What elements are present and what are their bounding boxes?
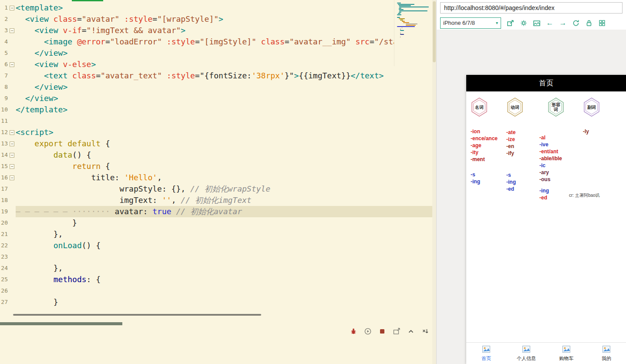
- code-line[interactable]: 5 </view>: [0, 47, 432, 59]
- gutter: 26: [0, 285, 16, 297]
- screenshot-icon[interactable]: [532, 19, 541, 27]
- tab-image-icon: [562, 345, 571, 354]
- tab-label: 购物车: [559, 355, 574, 362]
- tabbar-item-我的[interactable]: 我的: [586, 343, 626, 364]
- code-line[interactable]: 7 <text class="avatar_text" :style="{fon…: [0, 70, 432, 81]
- fold-toggle-icon[interactable]: −: [10, 175, 14, 180]
- device-selector[interactable]: iPhone 6/7/8 ▾: [440, 17, 501, 29]
- word-chart: cr: 土著阿bao叽 名词-ion-ence/ance-age-ity-men…: [466, 91, 626, 218]
- forward-arrow-icon[interactable]: →: [559, 19, 567, 27]
- browser-toolbar-icons: ← →: [506, 19, 606, 27]
- line-number: 19: [0, 206, 8, 217]
- gutter: 23: [0, 251, 16, 263]
- tabbar-item-首页[interactable]: 首页: [466, 343, 506, 364]
- code-line[interactable]: 14− data() {: [0, 149, 432, 161]
- word-column: 副词-ly: [583, 98, 616, 135]
- suffix-item: -ity: [471, 149, 505, 156]
- tabbar-item-购物车[interactable]: 购物车: [546, 343, 586, 364]
- line-number: 16: [0, 172, 8, 183]
- wrap-close-icon[interactable]: [421, 327, 429, 335]
- gutter: 8: [0, 81, 16, 93]
- gutter: 22: [0, 240, 16, 251]
- fold-toggle-icon[interactable]: −: [10, 62, 14, 67]
- open-external-icon[interactable]: [506, 19, 515, 27]
- code-area[interactable]: 1−<template>2 <view class="avatar" :styl…: [0, 2, 432, 308]
- fold-toggle-icon[interactable]: −: [10, 142, 14, 146]
- code-line[interactable]: 4 <image @error="loadError" :style="[img…: [0, 36, 432, 47]
- suffix-item: -able/ible: [539, 155, 583, 162]
- suffix-item: -ent/ant: [539, 148, 583, 155]
- word-column: 动词-ate-ize-en-ify-s-ing-ed: [506, 98, 539, 192]
- suffix-item: -ence/ance: [471, 135, 505, 142]
- code-line[interactable]: 24 },: [0, 263, 432, 274]
- suffix-item: -ive: [539, 141, 583, 148]
- simulator-backdrop: 首页 cr: 土著阿bao叽 名词-ion-ence/ance-age-ity-…: [437, 30, 626, 364]
- fold-toggle-icon[interactable]: −: [10, 130, 14, 135]
- suffix-item: -ize: [506, 136, 539, 143]
- suffix-item: -ion: [471, 128, 505, 135]
- code-line[interactable]: 20 }: [0, 217, 432, 229]
- hexagon-badge-icon: 副词: [583, 98, 600, 117]
- fold-toggle-icon[interactable]: −: [10, 153, 14, 158]
- back-arrow-icon[interactable]: ←: [545, 19, 554, 27]
- code-line[interactable]: 22 onLoad() {: [0, 240, 432, 251]
- code-line[interactable]: 21 },: [0, 229, 432, 240]
- line-number: 7: [0, 70, 8, 81]
- code-line[interactable]: 23: [0, 251, 432, 263]
- code-line[interactable]: 9 </view>: [0, 93, 432, 104]
- refresh-icon[interactable]: [572, 19, 580, 27]
- code-line[interactable]: 1−<template>: [0, 2, 432, 13]
- code-line[interactable]: 26: [0, 285, 432, 297]
- gutter: 13−: [0, 138, 16, 149]
- suffix-item: -ing: [539, 187, 583, 194]
- code-line[interactable]: 13− export default {: [0, 138, 432, 149]
- tabbar-item-个人信息[interactable]: 个人信息: [506, 343, 546, 364]
- code-editor-pane[interactable]: 1−<template>2 <view class="avatar" :styl…: [0, 0, 436, 364]
- line-number: 13: [0, 138, 8, 149]
- active-tab-indicator[interactable]: [72, 0, 103, 1]
- code-line[interactable]: 3− <view v-if="!imgText && avatar">: [0, 25, 432, 36]
- gutter: 15−: [0, 161, 16, 172]
- code-line[interactable]: 25 methods: {: [0, 274, 432, 285]
- fold-toggle-icon[interactable]: −: [10, 164, 14, 169]
- code-line[interactable]: 16− title: 'Hello',: [0, 172, 432, 183]
- hexagon-badge-icon: 动词: [506, 98, 524, 117]
- line-number: 25: [0, 274, 8, 285]
- code-line[interactable]: 6− <view v-else>: [0, 59, 432, 70]
- bottom-panel-scrollbar[interactable]: [0, 322, 122, 325]
- suffix-item: -ify: [506, 150, 539, 157]
- collapse-icon[interactable]: [407, 327, 415, 335]
- code-line[interactable]: 18 imgText: '', // 初始化imgText: [0, 195, 432, 206]
- code-line[interactable]: 8 </view>: [0, 81, 432, 93]
- url-bar[interactable]: http://localhost:8080/#/pages/index/inde…: [440, 2, 623, 13]
- code-line[interactable]: 17 wrapStyle: {}, // 初始化wrapStyle: [0, 183, 432, 195]
- code-line[interactable]: 11: [0, 115, 432, 127]
- gutter: 2: [0, 13, 16, 25]
- settings-gear-icon[interactable]: [519, 19, 528, 27]
- grid-icon[interactable]: [598, 19, 606, 27]
- fold-toggle-icon[interactable]: −: [10, 6, 14, 10]
- code-line[interactable]: 12−<script>: [0, 127, 432, 138]
- word-column: 形容词-al-ive-ent/ant-able/ible-ic-ary-ous-…: [539, 98, 583, 201]
- suffix-item: -ed: [506, 185, 539, 192]
- horizontal-scrollbar-thumb[interactable]: [13, 314, 261, 316]
- vertical-scrollbar-thumb[interactable]: [433, 1, 436, 62]
- fold-toggle-icon[interactable]: −: [10, 28, 14, 33]
- stop-icon[interactable]: [378, 327, 386, 335]
- snapshot-icon[interactable]: [393, 327, 401, 335]
- code-line[interactable]: 19‒ ‒ ‒ ‒ ‒ ‒ ········ avatar: true // 初…: [0, 206, 432, 217]
- run-icon[interactable]: [364, 327, 372, 335]
- vertical-scrollbar[interactable]: [432, 0, 436, 364]
- lock-icon[interactable]: [585, 19, 593, 27]
- gutter: 3−: [0, 25, 16, 36]
- gutter: 21: [0, 229, 16, 240]
- code-line[interactable]: 15− return {: [0, 161, 432, 172]
- code-line[interactable]: 2 <view class="avatar" :style="[wrapStyl…: [0, 13, 432, 25]
- debug-icon[interactable]: [350, 327, 357, 335]
- code-line[interactable]: 27 }: [0, 297, 432, 308]
- line-number: 12: [0, 127, 8, 138]
- minimap[interactable]: [394, 0, 432, 66]
- code-line[interactable]: 10</template>: [0, 104, 432, 115]
- gutter: 6−: [0, 59, 16, 70]
- tab-image-icon: [482, 345, 491, 354]
